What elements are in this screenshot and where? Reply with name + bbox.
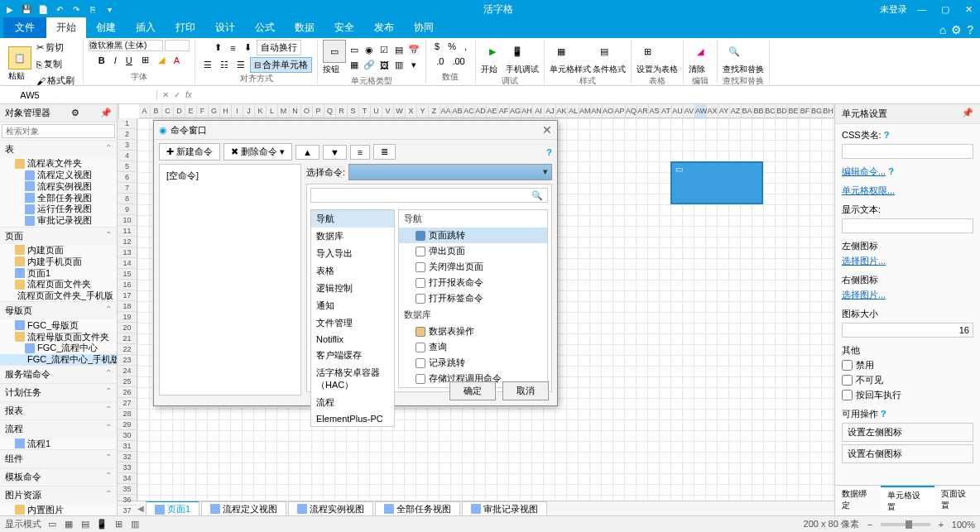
- tree-item[interactable]: FGC_母版页: [0, 319, 117, 331]
- bold-button[interactable]: B: [95, 53, 108, 67]
- cat-table[interactable]: 表格: [311, 262, 394, 280]
- delete-command-button[interactable]: ✖删除命令▾: [223, 143, 292, 161]
- enter-exec-checkbox[interactable]: [842, 390, 853, 400]
- command-search-input[interactable]: [310, 188, 548, 203]
- tree-item[interactable]: 流程实例视图: [0, 181, 117, 193]
- gear-icon[interactable]: ⚙: [71, 108, 79, 118]
- sheet-tab[interactable]: 流程定义视图: [201, 501, 286, 516]
- section-process[interactable]: 流程⌃: [0, 419, 117, 438]
- tree-item-selected[interactable]: FGC_流程中心_手机版: [0, 354, 117, 366]
- indent-button[interactable]: ≣: [373, 144, 396, 160]
- select-right-image-link[interactable]: 选择图片...: [842, 290, 886, 300]
- qat-play-icon[interactable]: ▶: [3, 2, 17, 16]
- cmd-page-jump[interactable]: 页面跳转: [399, 228, 547, 243]
- pin-icon[interactable]: 📌: [962, 108, 973, 120]
- edit-command-link[interactable]: 编辑命令...: [842, 166, 886, 176]
- ct2-icon[interactable]: ◉: [363, 44, 376, 57]
- dec-inc-icon[interactable]: .0: [433, 55, 447, 68]
- sb-icon4[interactable]: 📱: [96, 519, 108, 530]
- cat-process[interactable]: 流程: [311, 394, 394, 411]
- currency-icon[interactable]: $: [431, 40, 443, 53]
- search-input[interactable]: [2, 124, 115, 138]
- font-family-select[interactable]: [89, 40, 163, 51]
- section-table[interactable]: 表⌃: [0, 140, 117, 158]
- tab-print[interactable]: 打印: [166, 17, 205, 38]
- comma-icon[interactable]: ,: [461, 40, 470, 53]
- cat-db[interactable]: 数据库: [311, 228, 394, 245]
- align-bottom-button[interactable]: ⬇: [241, 40, 255, 55]
- ct1-icon[interactable]: ▭: [348, 44, 361, 57]
- help-icon[interactable]: ?: [967, 23, 973, 36]
- section-imgres[interactable]: 图片资源⌃: [0, 486, 117, 504]
- section-schedtask[interactable]: 计划任务⌃: [0, 383, 117, 401]
- qat-save-icon[interactable]: 💾: [20, 2, 33, 16]
- tab-insert[interactable]: 插入: [126, 17, 166, 38]
- command-dropdown[interactable]: [348, 164, 552, 180]
- section-page[interactable]: 页面⌃: [0, 227, 117, 245]
- qat-more-icon[interactable]: ▾: [103, 2, 116, 16]
- tree-item[interactable]: 全部任务视图: [0, 192, 117, 204]
- sb-icon6[interactable]: ▥: [129, 519, 141, 530]
- italic-button[interactable]: I: [111, 53, 120, 67]
- tree-folder[interactable]: 流程页面文件夹: [0, 279, 117, 290]
- cat-notify[interactable]: 通知: [311, 297, 394, 314]
- close-button[interactable]: ✕: [960, 2, 977, 16]
- sheet-tab[interactable]: 审批记录视图: [462, 501, 547, 516]
- zoom-in-icon[interactable]: +: [935, 519, 947, 530]
- rp-tab-pagesettings[interactable]: 页面设置: [934, 486, 980, 515]
- op-set-right-icon[interactable]: 设置右侧图标: [842, 444, 973, 463]
- move-down-button[interactable]: ▼: [323, 145, 347, 160]
- home-icon[interactable]: ⌂: [939, 23, 946, 36]
- ok-button[interactable]: 确定: [449, 381, 496, 400]
- invisible-checkbox[interactable]: [842, 375, 853, 386]
- show-text-input[interactable]: [842, 218, 973, 233]
- cmd-table-op[interactable]: 数据表操作: [399, 324, 547, 339]
- start-debug-icon[interactable]: ▶: [481, 40, 504, 63]
- sb-icon5[interactable]: ⊞: [113, 519, 124, 530]
- maximize-button[interactable]: ▢: [937, 2, 954, 16]
- cmd-record-jump[interactable]: 记录跳转: [399, 355, 547, 371]
- tab-security[interactable]: 安全: [324, 17, 364, 38]
- outdent-button[interactable]: ≡: [350, 145, 370, 160]
- fill-color-button[interactable]: ◢: [155, 53, 168, 67]
- section-tplcmd[interactable]: 模板命令⌃: [0, 467, 117, 486]
- row-headers[interactable]: 1234567891011121314151617181920212223242…: [118, 118, 137, 501]
- tree-folder[interactable]: 内建页面: [0, 245, 117, 256]
- merge-button[interactable]: ⊟合并单元格: [250, 57, 312, 73]
- pin-icon[interactable]: 📌: [100, 108, 112, 118]
- tab-data[interactable]: 数据: [285, 17, 324, 38]
- column-headers[interactable]: ABCDEFGHIJKLMNOPQRSTUVWXYZAAABACADAEAFAG…: [139, 104, 834, 118]
- help-icon[interactable]: ?: [881, 409, 886, 419]
- align-middle-button[interactable]: ≡: [227, 40, 238, 55]
- cat-logic[interactable]: 逻辑控制: [311, 280, 394, 297]
- sb-icon3[interactable]: ▤: [79, 519, 91, 530]
- sheet-tab[interactable]: 页面1: [146, 501, 199, 515]
- paste-icon[interactable]: 📋: [8, 46, 31, 69]
- ct5-icon[interactable]: 📅: [407, 44, 420, 57]
- section-report[interactable]: 报表⌃: [0, 401, 117, 419]
- help-icon[interactable]: ?: [888, 166, 894, 176]
- align-center-button[interactable]: ☷: [217, 57, 232, 73]
- sheet-tab[interactable]: 流程实例视图: [288, 501, 373, 516]
- dialog-help-icon[interactable]: ?: [546, 147, 552, 157]
- font-color-button[interactable]: A: [171, 53, 183, 67]
- sheet-tab[interactable]: 全部任务视图: [375, 501, 460, 516]
- tree-item[interactable]: 页面1: [0, 267, 117, 279]
- cell-reference-input[interactable]: [5, 90, 55, 100]
- section-servercmd[interactable]: 服务端命令⌃: [0, 365, 117, 383]
- tab-start[interactable]: 开始: [46, 17, 86, 38]
- help-icon[interactable]: ?: [884, 130, 890, 140]
- cut-button[interactable]: ✂ 剪切: [33, 40, 78, 55]
- tab-collab[interactable]: 协同: [404, 17, 444, 38]
- border-button[interactable]: ⊞: [138, 53, 152, 67]
- settings-icon[interactable]: ⚙: [951, 23, 962, 36]
- selected-cell[interactable]: ▭: [670, 161, 763, 204]
- find-icon[interactable]: 🔍: [723, 40, 746, 63]
- tree-folder[interactable]: 流程母版页面文件夹: [0, 331, 117, 343]
- astable-icon[interactable]: ⊞: [637, 40, 660, 63]
- tab-create[interactable]: 创建: [86, 17, 126, 38]
- copy-button[interactable]: ⎘ 复制: [33, 56, 78, 72]
- accept-fx-icon[interactable]: ✓: [174, 90, 180, 99]
- ct8-icon[interactable]: 🖼: [377, 59, 391, 72]
- tab-formula[interactable]: 公式: [245, 17, 285, 38]
